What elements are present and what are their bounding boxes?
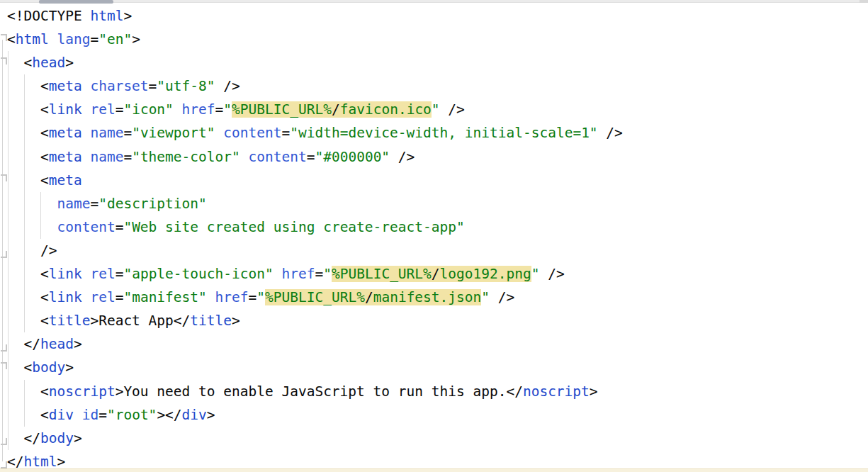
- code-token: </: [174, 313, 190, 329]
- code-token: [82, 266, 91, 282]
- code-token: >: [90, 313, 98, 329]
- code-token: body: [40, 430, 74, 446]
- code-token: "Web site created using create-react-app…: [123, 219, 464, 235]
- code-token: lang: [57, 31, 90, 47]
- highlighted-code-token: /: [332, 101, 340, 118]
- code-editor-pane[interactable]: <!DOCTYPE html><html lang="en"> <head> <…: [0, 3, 868, 469]
- code-token: title: [190, 313, 232, 329]
- highlighted-code-token: manifest.json: [373, 289, 482, 305]
- code-token: <: [7, 149, 49, 165]
- code-token: <: [7, 78, 49, 94]
- code-token: html: [23, 454, 57, 470]
- code-token: href: [281, 266, 315, 282]
- code-token: =: [215, 101, 224, 118]
- code-token: />: [440, 101, 465, 118]
- code-line[interactable]: content="Web site created using create-r…: [0, 215, 868, 239]
- code-token: =: [149, 78, 157, 94]
- code-token: =: [307, 149, 315, 165]
- code-token: [82, 78, 91, 94]
- code-line[interactable]: <div id="root"></div>: [0, 403, 868, 427]
- code-token: rel: [90, 266, 115, 282]
- code-token: "root": [107, 407, 157, 423]
- code-token: link: [49, 101, 82, 118]
- code-token: >: [65, 55, 74, 71]
- code-token: =: [115, 101, 124, 118]
- code-line[interactable]: <meta name="viewport" content="width=dev…: [0, 121, 868, 145]
- code-token: [82, 125, 91, 141]
- code-token: >: [74, 336, 82, 352]
- code-token: >: [115, 383, 124, 400]
- code-token: html: [16, 31, 49, 47]
- code-token: =: [90, 31, 98, 47]
- code-token: "utf-8": [157, 78, 215, 94]
- code-token: <: [7, 407, 49, 423]
- code-token: [7, 219, 57, 235]
- code-line[interactable]: </body>: [0, 427, 868, 450]
- code-line[interactable]: <body>: [0, 356, 868, 379]
- code-token: content: [223, 125, 281, 141]
- code-line[interactable]: <link rel="apple-touch-icon" href="%PUBL…: [0, 262, 868, 286]
- code-token: React App: [98, 313, 174, 329]
- code-token: =: [123, 125, 132, 141]
- code-line[interactable]: <head>: [0, 51, 868, 74]
- code-token: />: [490, 289, 514, 305]
- code-token: div: [49, 407, 74, 423]
- code-token: ></: [157, 407, 181, 423]
- code-token: noscript: [49, 383, 115, 400]
- code-token: "viewport": [132, 125, 215, 141]
- code-token: "en": [98, 31, 132, 47]
- code-token: =: [115, 289, 124, 305]
- code-token: link: [49, 289, 82, 305]
- code-token: =: [281, 125, 290, 141]
- code-token: href: [182, 101, 215, 118]
- code-token: [240, 149, 249, 165]
- code-token: =: [90, 196, 98, 212]
- code-token: ": [531, 266, 540, 282]
- code-token: "manifest": [123, 289, 206, 305]
- code-token: <: [7, 55, 32, 71]
- code-token: />: [7, 242, 57, 259]
- code-token: head: [32, 55, 65, 71]
- code-line[interactable]: <meta: [0, 169, 868, 192]
- code-token: <: [7, 125, 49, 141]
- code-token: content: [57, 219, 115, 235]
- code-token: ": [432, 101, 440, 118]
- code-line[interactable]: <link rel="manifest" href="%PUBLIC_URL%/…: [0, 286, 868, 309]
- code-token: />: [539, 266, 564, 282]
- code-line[interactable]: <title>React App</title>: [0, 309, 868, 332]
- code-area[interactable]: <!DOCTYPE html><html lang="en"> <head> <…: [0, 3, 868, 472]
- code-line[interactable]: <noscript>You need to enable JavaScript …: [0, 380, 868, 403]
- highlighted-code-token: favicon.ico: [340, 101, 432, 118]
- code-token: [7, 196, 57, 212]
- code-token: name: [90, 125, 123, 141]
- highlighted-code-token: /: [432, 266, 440, 282]
- code-token: <: [7, 31, 16, 47]
- code-token: <!DOCTYPE: [7, 8, 90, 24]
- code-line[interactable]: <link rel="icon" href="%PUBLIC_URL%/favi…: [0, 98, 868, 121]
- code-line[interactable]: </head>: [0, 332, 868, 356]
- code-token: [74, 407, 82, 423]
- code-token: [207, 289, 215, 305]
- code-token: />: [215, 78, 240, 94]
- code-line[interactable]: <html lang="en">: [0, 28, 868, 51]
- code-token: [82, 101, 91, 118]
- code-token: [49, 31, 57, 47]
- code-line[interactable]: />: [0, 239, 868, 262]
- code-token: name: [90, 149, 123, 165]
- code-line[interactable]: <!DOCTYPE html>: [0, 4, 868, 28]
- editor-window: <!DOCTYPE html><html lang="en"> <head> <…: [0, 0, 868, 472]
- code-line[interactable]: name="description": [0, 192, 868, 215]
- code-line[interactable]: <meta name="theme-color" content="#00000…: [0, 145, 868, 169]
- code-token: [215, 125, 224, 141]
- code-token: [82, 149, 91, 165]
- code-token: </: [506, 383, 522, 400]
- code-token: =: [98, 407, 107, 423]
- code-token: [82, 289, 91, 305]
- code-token: <: [7, 289, 49, 305]
- highlighted-code-token: logo192.png: [440, 266, 531, 282]
- code-token: meta: [49, 172, 82, 189]
- code-token: "#000000": [315, 149, 390, 165]
- code-token: content: [249, 149, 307, 165]
- code-token: =: [115, 266, 124, 282]
- code-line[interactable]: <meta charset="utf-8" />: [0, 74, 868, 98]
